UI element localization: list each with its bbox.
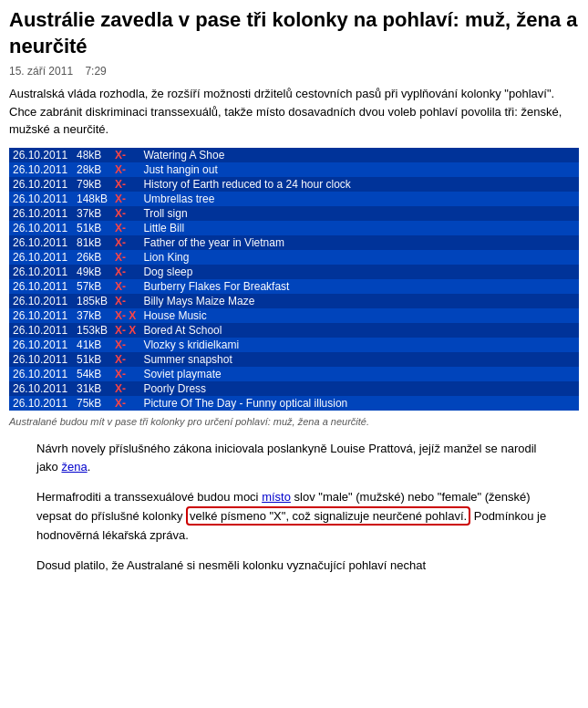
file-name[interactable]: Dog sleep (139, 265, 579, 279)
file-size: 51kB (73, 221, 111, 235)
file-date: 26.10.2011 (9, 162, 73, 177)
body-paragraph-1: Návrh novely příslušného zákona iniciova… (36, 440, 552, 478)
file-size: 153kB (73, 323, 111, 338)
body2-pre: Hermafroditi a transsexuálové budou moci (36, 490, 262, 504)
body-paragraph-3: Dosud platilo, že Australané si nesměli … (36, 557, 552, 576)
file-date: 26.10.2011 (9, 323, 73, 338)
file-name[interactable]: Vlozky s kridielkami (139, 338, 579, 352)
file-size: 79kB (73, 177, 111, 192)
file-date: 26.10.2011 (9, 367, 73, 381)
article-container: Austrálie zavedla v pase tři kolonky na … (0, 0, 588, 593)
file-xmark: X- (111, 338, 139, 352)
file-xmark: X- (111, 250, 139, 265)
file-name[interactable]: House Music (139, 308, 579, 323)
file-xmark: X- (111, 381, 139, 396)
table-caption: Australané budou mít v pase tři kolonky … (9, 416, 579, 427)
file-name[interactable]: Troll sign (139, 206, 579, 221)
file-size: 51kB (73, 352, 111, 367)
file-name[interactable]: History of Earth reduced to a 24 hour cl… (139, 177, 579, 192)
date-line: 15. září 2011 7:29 (9, 65, 579, 78)
file-name[interactable]: Poorly Dress (139, 381, 579, 396)
file-name[interactable]: Soviet playmate (139, 367, 579, 381)
table-row: 26.10.2011 75kB X- Picture Of The Day - … (9, 396, 579, 411)
file-size: 148kB (73, 192, 111, 206)
file-date: 26.10.2011 (9, 221, 73, 235)
body2-highlight: velké písmeno "X", což signalizuje neurč… (186, 506, 470, 526)
article-time: 7:29 (85, 65, 106, 78)
file-date: 26.10.2011 (9, 177, 73, 192)
table-row: 26.10.2011 57kB X- Burberry Flakes For B… (9, 279, 579, 294)
file-xmark: X- (111, 352, 139, 367)
file-name[interactable]: Summer snapshot (139, 352, 579, 367)
file-xmark: X- (111, 162, 139, 177)
file-name[interactable]: Picture Of The Day - Funny optical illus… (139, 396, 579, 411)
file-name[interactable]: Umbrellas tree (139, 192, 579, 206)
table-row: 26.10.2011 153kB X- X Bored At School (9, 323, 579, 338)
file-size: 54kB (73, 367, 111, 381)
file-xmark: X- X (111, 308, 139, 323)
file-date: 26.10.2011 (9, 381, 73, 396)
file-size: 185kB (73, 294, 111, 308)
file-xmark: X- (111, 265, 139, 279)
file-name[interactable]: Just hangin out (139, 162, 579, 177)
file-xmark: X- (111, 279, 139, 294)
file-date: 26.10.2011 (9, 294, 73, 308)
table-row: 26.10.2011 49kB X- Dog sleep (9, 265, 579, 279)
file-size: 37kB (73, 206, 111, 221)
file-date: 26.10.2011 (9, 308, 73, 323)
file-size: 75kB (73, 396, 111, 411)
file-size: 37kB (73, 308, 111, 323)
file-date: 26.10.2011 (9, 235, 73, 250)
file-xmark: X- (111, 367, 139, 381)
file-name[interactable]: Father of the year in Vietnam (139, 235, 579, 250)
file-name[interactable]: Little Bill (139, 221, 579, 235)
file-xmark: X- (111, 177, 139, 192)
file-size: 81kB (73, 235, 111, 250)
table-row: 26.10.2011 28kB X- Just hangin out (9, 162, 579, 177)
file-size: 26kB (73, 250, 111, 265)
body1-text: Návrh novely příslušného zákona iniciova… (36, 442, 536, 474)
table-row: 26.10.2011 37kB X- Troll sign (9, 206, 579, 221)
file-size: 57kB (73, 279, 111, 294)
table-row: 26.10.2011 41kB X- Vlozky s kridielkami (9, 338, 579, 352)
file-size: 28kB (73, 162, 111, 177)
file-size: 48kB (73, 148, 111, 162)
file-name[interactable]: Billy Mays Maize Maze (139, 294, 579, 308)
file-xmark: X- (111, 396, 139, 411)
article-title: Austrálie zavedla v pase tři kolonky na … (9, 7, 579, 59)
file-date: 26.10.2011 (9, 250, 73, 265)
file-xmark: X- X (111, 323, 139, 338)
file-size: 31kB (73, 381, 111, 396)
table-row: 26.10.2011 148kB X- Umbrellas tree (9, 192, 579, 206)
file-xmark: X- (111, 235, 139, 250)
file-size: 41kB (73, 338, 111, 352)
table-row: 26.10.2011 81kB X- Father of the year in… (9, 235, 579, 250)
table-row: 26.10.2011 54kB X- Soviet playmate (9, 367, 579, 381)
file-date: 26.10.2011 (9, 279, 73, 294)
table-row: 26.10.2011 26kB X- Lion King (9, 250, 579, 265)
file-xmark: X- (111, 192, 139, 206)
body-section: Návrh novely příslušného zákona iniciova… (9, 440, 579, 576)
table-row: 26.10.2011 185kB X- Billy Mays Maize Maz… (9, 294, 579, 308)
table-row: 26.10.2011 48kB X- Watering A Shoe (9, 148, 579, 162)
file-date: 26.10.2011 (9, 396, 73, 411)
file-name[interactable]: Watering A Shoe (139, 148, 579, 162)
file-table: 26.10.2011 48kB X- Watering A Shoe 26.10… (9, 148, 579, 411)
file-date: 26.10.2011 (9, 148, 73, 162)
file-xmark: X- (111, 148, 139, 162)
body2-link[interactable]: místo (262, 490, 291, 504)
file-name[interactable]: Burberry Flakes For Breakfast (139, 279, 579, 294)
body1-link[interactable]: žena (61, 460, 87, 474)
intro-paragraph: Australská vláda rozhodla, že rozšíří mo… (9, 85, 579, 139)
table-row: 26.10.2011 37kB X- X House Music (9, 308, 579, 323)
file-name[interactable]: Lion King (139, 250, 579, 265)
table-row: 26.10.2011 51kB X- Little Bill (9, 221, 579, 235)
file-name[interactable]: Bored At School (139, 323, 579, 338)
table-row: 26.10.2011 31kB X- Poorly Dress (9, 381, 579, 396)
table-row: 26.10.2011 79kB X- History of Earth redu… (9, 177, 579, 192)
body-paragraph-2: Hermafroditi a transsexuálové budou moci… (36, 488, 552, 545)
file-date: 26.10.2011 (9, 206, 73, 221)
file-xmark: X- (111, 206, 139, 221)
file-date: 26.10.2011 (9, 265, 73, 279)
body1-end: . (88, 460, 91, 474)
